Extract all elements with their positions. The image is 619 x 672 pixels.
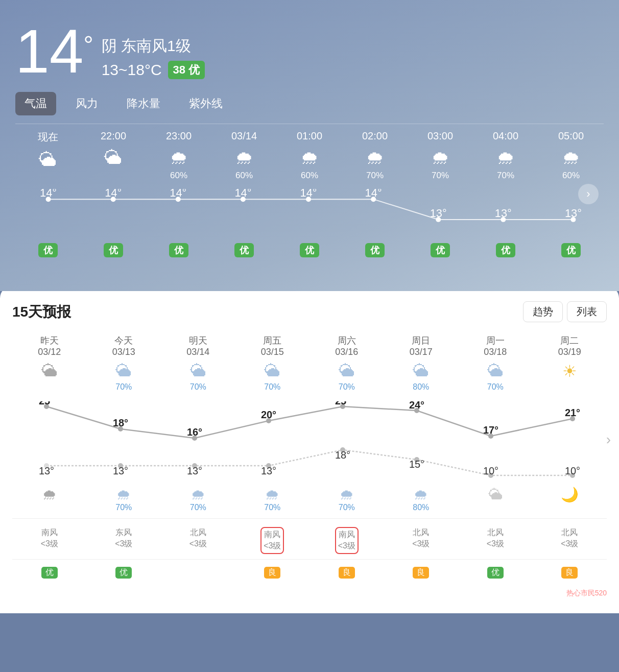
current-temp-row: 14 ° 阴 东南风1级 13~18°C 38 优 [15,20,604,82]
svg-text:17°: 17° [483,424,498,436]
day-cloud-top-5: 🌥 [413,362,429,380]
wind-col-5: 北风<3级 [384,524,459,554]
weather-description: 阴 东南风1级 [102,36,205,57]
svg-text:25°: 25° [39,401,54,406]
wind-col-6: 北风<3级 [458,524,533,554]
wind-col-4: 南风<3级 [310,524,384,554]
aqi-val-0: 优 [41,567,58,579]
day-rain-top-3: 70% [264,382,280,394]
temp-range-row: 13~18°C 38 优 [102,61,205,79]
day-col-2: 明天 03/14 🌥 70% [161,334,235,396]
tab-uv[interactable]: 紫外线 [180,92,232,115]
day-name-3: 周五 [263,334,281,347]
rain-pct-3: 60% [235,171,253,182]
temp-range-text: 13~18°C [102,61,162,79]
wind-7: 北风<3级 [561,527,578,550]
svg-text:14°: 14° [234,189,251,199]
svg-text:10°: 10° [483,465,498,476]
cloud-bot-5: 🌧 [414,486,428,503]
svg-text:16°: 16° [187,426,202,438]
daily-wind-grid: 南风<3级 东风<3级 北风<3级 南风<3级 南风<3级 北风<3级 北风<3… [12,524,607,554]
trend-button[interactable]: 趋势 [523,301,563,322]
aqi-dot-3: 优 [234,243,254,257]
day-cloud-top-7: ☀ [562,362,577,381]
wind-1: 东风<3级 [115,527,132,550]
aqi-val-6: 优 [487,567,504,579]
wind-4: 南风<3级 [335,527,359,554]
svg-text:14°: 14° [300,189,317,199]
cloud-icon-1: 🌥 [104,147,123,169]
hour-col-5: 02:00 🌧 70% [342,130,408,186]
day-rain-top-1: 70% [115,382,132,394]
hour-label-8: 05:00 [558,130,584,142]
svg-text:24°: 24° [409,401,424,411]
hour-col-1: 22:00 🌥 [81,130,146,186]
hour-col-3: 03/14 🌧 60% [211,130,277,186]
day-col-bot-2: 🌧 70% [161,483,235,513]
svg-text:13°: 13° [261,465,276,476]
aqi-dot-7: 优 [496,243,515,257]
day-date-6: 03/18 [484,347,507,357]
list-button[interactable]: 列表 [567,301,607,322]
day-date-4: 03/16 [335,347,358,357]
aqi-val-1: 优 [115,567,132,579]
cloud-icon-6: 🌧 [431,147,449,169]
rain-bot-3: 70% [264,503,280,513]
day-col-0: 昨天 03/12 🌥 [12,334,87,396]
svg-text:13°: 13° [430,207,447,220]
hour-label-6: 03:00 [427,130,453,142]
day-cloud-top-1: 🌥 [115,362,132,380]
rain-pct-2: 60% [170,171,187,182]
svg-text:20°: 20° [261,409,276,420]
wind-0: 南风<3级 [41,527,58,550]
tab-rainfall[interactable]: 降水量 [117,92,170,115]
aqi-col-3: 良 [235,565,310,579]
hourly-next-arrow[interactable]: › [578,184,599,204]
hourly-forecast-container: 现在 🌥 22:00 🌥 23:00 🌧 60% 03/14 🌧 60% 01:… [15,130,604,257]
cloud-icon-5: 🌧 [366,147,384,169]
daily-grid: 昨天 03/12 🌥 今天 03/13 🌥 70% 明天 03/14 🌥 70%… [12,334,607,396]
aqi-col-2 [161,565,235,579]
hour-col-4: 01:00 🌧 60% [277,130,342,186]
svg-text:13°: 13° [187,465,202,476]
cloud-bot-2: 🌧 [191,486,205,503]
day-col-1: 今天 03/13 🌥 70% [87,334,161,396]
tab-wind[interactable]: 风力 [66,92,107,115]
wind-col-2: 北风<3级 [161,524,235,554]
hour-col-2: 23:00 🌧 60% [146,130,211,186]
day-name-2: 明天 [189,334,207,347]
tab-temperature[interactable]: 气温 [15,92,56,115]
hour-col-6: 03:00 🌧 70% [408,130,473,186]
cloud-bot-1: 🌧 [116,486,131,503]
aqi-val-3: 良 [264,567,280,579]
day-date-3: 03/15 [261,347,284,357]
day-date-5: 03/17 [410,347,433,357]
daily-bottom-cloud-grid: 🌧 🌧 70% 🌧 70% 🌧 70% 🌧 70% 🌧 80% 🌥 🌙 [12,483,607,513]
svg-text:13°: 13° [39,465,54,476]
aqi-col-4: 良 [310,565,384,579]
tab-divider [15,124,604,124]
wind-col-0: 南风<3级 [12,524,87,554]
hourly-temp-graph: 14° 14° 14° 14° 14° 14° 13° 13° 13° [15,189,604,235]
day-cloud-top-2: 🌥 [190,362,206,380]
hour-col-8: 05:00 🌧 60% [538,130,604,186]
day-cloud-top-6: 🌥 [487,362,504,380]
cloud-bot-4: 🌧 [340,486,354,503]
rain-pct-7: 70% [497,171,514,182]
current-temperature: 14 [15,20,83,82]
aqi-dots-row: 优 优 优 优 优 优 优 优 优 [15,239,604,257]
aqi-col-0: 优 [12,565,87,579]
day-rain-top-5: 80% [413,382,429,394]
svg-text:14°: 14° [105,189,122,199]
rain-bot-5: 80% [413,503,429,513]
svg-text:14°: 14° [365,189,382,199]
rain-pct-5: 70% [366,171,384,182]
cloud-icon-8: 🌧 [562,147,580,169]
hour-label-1: 22:00 [101,130,126,142]
svg-text:15°: 15° [409,459,424,470]
aqi-dot-4: 优 [300,243,319,257]
rain-pct-6: 70% [432,171,449,182]
wind-col-7: 北风<3级 [533,524,607,554]
daily-next-arrow[interactable]: › [606,431,611,448]
hour-label-3: 03/14 [231,130,257,142]
